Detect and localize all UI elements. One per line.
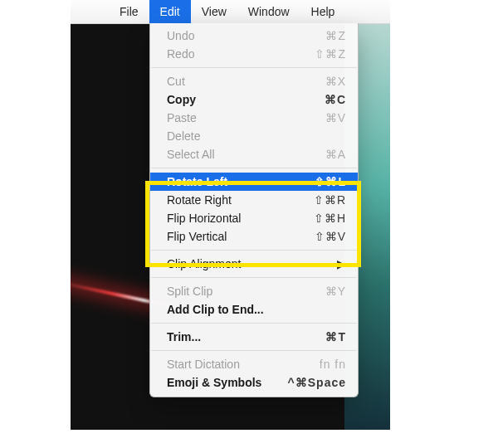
menu-item-delete: Delete	[150, 127, 358, 145]
menu-item-paste: Paste⌘V	[150, 109, 358, 127]
menu-separator	[151, 323, 357, 324]
menu-item-flip-horizontal[interactable]: Flip Horizontal⇧⌘H	[150, 209, 358, 227]
menu-item-flip-vertical[interactable]: Flip Vertical⇧⌘V	[150, 227, 358, 246]
menu-item-shortcut: ⌘V	[325, 111, 346, 124]
menu-item-label: Rotate Left	[167, 175, 315, 188]
menu-title-label: Help	[311, 5, 335, 18]
menu-separator	[151, 168, 357, 168]
menu-title-help[interactable]: Help	[300, 0, 346, 23]
menu-title-edit[interactable]: Edit	[149, 0, 191, 23]
menu-item-shortcut: ⌘A	[325, 148, 346, 161]
menu-item-cut: Cut⌘X	[150, 72, 358, 90]
menu-item-shortcut: ⇧⌘Z	[315, 47, 346, 61]
menu-item-label: Paste	[167, 111, 325, 124]
menu-item-add-clip-to-end[interactable]: Add Clip to End...	[150, 300, 358, 319]
menu-item-shortcut: ⌘X	[325, 75, 346, 88]
menu-title-window[interactable]: Window	[237, 0, 300, 23]
menu-title-label: Edit	[160, 5, 180, 18]
menu-item-label: Start Dictation	[167, 358, 320, 371]
menu-title-label: File	[120, 5, 139, 18]
menu-item-label: Copy	[167, 93, 325, 106]
menu-item-copy[interactable]: Copy⌘C	[150, 90, 358, 109]
menu-item-shortcut: ^⌘Space	[288, 376, 346, 389]
menu-item-label: Cut	[167, 75, 325, 88]
menu-separator	[151, 350, 357, 351]
menu-item-shortcut: ⇧⌘R	[314, 193, 346, 207]
menu-item-rotate-right[interactable]: Rotate Right⇧⌘R	[150, 191, 358, 209]
menu-item-shortcut: ⇧⌘L	[315, 175, 346, 188]
menu-item-split-clip: Split Clip⌘Y	[150, 282, 358, 300]
menu-item-rotate-left[interactable]: Rotate Left⇧⌘L	[150, 173, 358, 191]
edit-menu-dropdown: Undo⌘ZRedo⇧⌘ZCut⌘XCopy⌘CPaste⌘VDeleteSel…	[149, 23, 359, 397]
menu-item-label: Undo	[167, 29, 325, 42]
menu-item-label: Add Clip to End...	[167, 303, 346, 316]
menu-item-shortcut: fn fn	[320, 358, 346, 371]
menu-bar: FileEditViewWindowHelp	[71, 0, 390, 24]
screenshot-stage: FileEditViewWindowHelp Undo⌘ZRedo⇧⌘ZCut⌘…	[0, 0, 498, 448]
menu-item-undo: Undo⌘Z	[150, 27, 358, 45]
menu-item-clip-alignment[interactable]: Clip Alignment▶	[150, 255, 358, 273]
menu-item-emoji-symbols[interactable]: Emoji & Symbols^⌘Space	[150, 373, 358, 392]
menu-item-label: Redo	[167, 47, 315, 61]
menu-item-label: Select All	[167, 148, 325, 161]
menu-title-file[interactable]: File	[109, 0, 149, 23]
menu-item-shortcut: ⌘Z	[325, 29, 346, 42]
menu-item-shortcut: ⌘C	[325, 93, 346, 106]
menu-item-shortcut: ⇧⌘V	[315, 230, 346, 243]
menu-item-label: Emoji & Symbols	[167, 376, 288, 389]
menu-item-trim[interactable]: Trim...⌘T	[150, 328, 358, 346]
submenu-arrow-icon: ▶	[337, 257, 346, 270]
menu-item-shortcut: ⇧⌘H	[314, 212, 346, 225]
menu-separator	[151, 250, 357, 251]
menu-item-select-all: Select All⌘A	[150, 145, 358, 163]
menu-item-label: Delete	[167, 129, 346, 143]
menu-item-shortcut: ⌘Y	[325, 285, 346, 298]
menu-separator	[151, 67, 357, 68]
menu-item-label: Rotate Right	[167, 193, 314, 207]
menu-item-label: Clip Alignment	[167, 257, 330, 270]
menu-title-view[interactable]: View	[191, 0, 237, 23]
menu-item-label: Trim...	[167, 330, 325, 343]
menu-item-label: Split Clip	[167, 285, 325, 298]
menubar-leading-space	[71, 0, 109, 23]
menu-item-start-dictation: Start Dictationfn fn	[150, 355, 358, 373]
menu-title-label: View	[202, 5, 227, 18]
menu-item-label: Flip Horizontal	[167, 212, 314, 225]
menu-separator	[151, 277, 357, 278]
menu-title-label: Window	[248, 5, 290, 18]
menu-item-shortcut: ⌘T	[325, 330, 346, 343]
menu-item-redo: Redo⇧⌘Z	[150, 45, 358, 63]
menu-item-label: Flip Vertical	[167, 230, 315, 243]
